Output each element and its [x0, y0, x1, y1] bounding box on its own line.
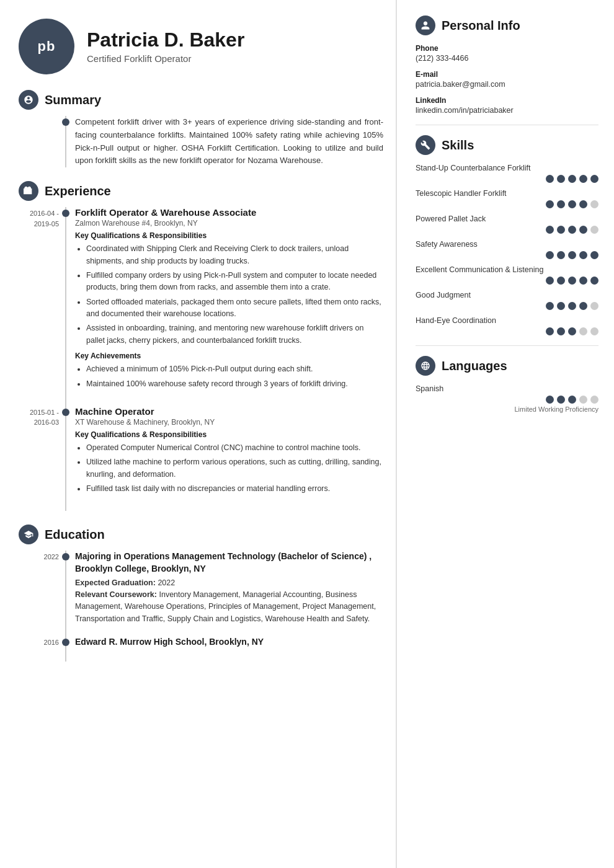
skill-dot-filled: [546, 251, 554, 259]
skill-dot-filled: [590, 277, 598, 285]
skill-dot-empty: [590, 302, 598, 310]
linkedin-label: LinkedIn: [416, 96, 598, 105]
header-text: Patricia D. Baker Certified Forklift Ope…: [87, 29, 244, 64]
languages-title: Languages: [442, 359, 507, 373]
exp-achievements-list-1: Achieved a minimum of 105% Pick-n-Pull o…: [75, 363, 383, 390]
divider-2: [416, 345, 598, 346]
personal-info-icon: [416, 16, 435, 35]
summary-bar: [65, 116, 66, 167]
exp-line-2: [65, 406, 66, 512]
skill-dot-empty: [590, 200, 598, 208]
avatar: pb: [19, 19, 74, 74]
experience-icon: [19, 181, 38, 201]
exp-qualifications-label-2: Key Qualifications & Responsibilities: [75, 430, 383, 439]
skill-dot-filled: [579, 226, 587, 234]
skill-dot-filled: [579, 175, 587, 183]
edu-dot-2: [62, 639, 69, 646]
skill-dot-filled: [557, 200, 565, 208]
exp-content-2: Machine Operator XT Warehouse & Machiner…: [75, 406, 383, 512]
education-section: Education 2022 Majoring in Operations Ma…: [19, 525, 383, 661]
language-level: Limited Working Proficiency: [416, 405, 598, 413]
skills-icon: [416, 135, 435, 155]
languages-container: SpanishLimited Working Proficiency: [416, 384, 598, 413]
summary-section: Summary Competent forklift driver with 3…: [19, 90, 383, 167]
education-entry-1: 2022 Majoring in Operations Management T…: [19, 551, 383, 636]
lang-dot-filled: [546, 396, 554, 404]
exp-dot-2: [62, 409, 69, 416]
skill-dot-filled: [579, 251, 587, 259]
skill-dots: [416, 251, 598, 259]
lang-dot-empty: [579, 396, 587, 404]
avatar-initials: pb: [38, 38, 56, 55]
header: pb Patricia D. Baker Certified Forklift …: [19, 19, 383, 74]
email-value: patricia.baker@gmail.com: [416, 80, 598, 89]
personal-info-header: Personal Info: [416, 16, 598, 35]
languages-icon: [416, 356, 435, 376]
summary-row: Competent forklift driver with 3+ years …: [19, 116, 383, 167]
skill-dot-filled: [546, 226, 554, 234]
skill-item: Stand-Up Counterbalance Forklift: [416, 164, 598, 183]
skill-dot-empty: [590, 327, 598, 335]
skill-name: Excellent Communication & Listening: [416, 265, 598, 274]
edu-dot-1: [62, 553, 69, 560]
exp-line-1: [65, 207, 66, 406]
education-icon: [19, 525, 38, 544]
candidate-name: Patricia D. Baker: [87, 29, 244, 51]
exp-qual-item: Assisted in onboarding, training, and me…: [86, 322, 383, 347]
exp-qual-item: Fulfilled company orders by using Pick-n…: [86, 270, 383, 294]
edu-grad-value: 2022: [158, 578, 175, 587]
exp-dot-1: [62, 210, 69, 217]
personal-info-title: Personal Info: [442, 19, 520, 33]
skills-header: Skills: [416, 135, 598, 155]
summary-text: Competent forklift driver with 3+ years …: [75, 116, 383, 167]
skill-dots: [416, 302, 598, 310]
skill-dot-filled: [568, 200, 576, 208]
exp-qual-item: Operated Computer Numerical Control (CNC…: [86, 442, 383, 454]
exp-title-1: Forklift Operator & Warehouse Associate: [75, 207, 383, 218]
skill-name: Safety Awareness: [416, 240, 598, 249]
skill-dot-filled: [568, 327, 576, 335]
skill-dot-filled: [579, 277, 587, 285]
right-column: Personal Info Phone (212) 333-4466 E-mai…: [397, 0, 614, 868]
lang-dot-filled: [568, 396, 576, 404]
exp-ach-item: Maintained 100% warehouse safety record …: [86, 378, 383, 390]
skill-name: Powered Pallet Jack: [416, 215, 598, 223]
skill-dot-filled: [590, 251, 598, 259]
exp-qualifications-list-1: Coordinated with Shipping Clerk and Rece…: [75, 243, 383, 347]
skills-container: Stand-Up Counterbalance ForkliftTelescop…: [416, 164, 598, 335]
edu-content-2: Edward R. Murrow High School, Brooklyn, …: [75, 636, 383, 662]
exp-ach-item: Achieved a minimum of 105% Pick-n-Pull o…: [86, 363, 383, 375]
exp-achievements-label-1: Key Achievements: [75, 352, 383, 360]
edu-grad-label: Expected Graduation:: [75, 578, 156, 587]
skill-dots: [416, 226, 598, 234]
language-name: Spanish: [416, 384, 598, 393]
exp-qual-item: Sorted offloaded materials, packaged the…: [86, 296, 383, 321]
skill-dot-filled: [546, 277, 554, 285]
skill-dot-filled: [557, 175, 565, 183]
skill-item: Good Judgment: [416, 291, 598, 310]
skill-dot-filled: [568, 175, 576, 183]
skill-dot-filled: [568, 277, 576, 285]
exp-qualifications-list-2: Operated Computer Numerical Control (CNC…: [75, 442, 383, 495]
linkedin-item: LinkedIn linkedin.com/in/patriciabaker: [416, 96, 598, 115]
edu-coursework-label: Relevant Coursework:: [75, 590, 157, 599]
education-title: Education: [45, 528, 105, 542]
skill-item: Hand-Eye Coordination: [416, 316, 598, 335]
skill-dot-filled: [557, 302, 565, 310]
skill-name: Telescopic Handler Forklift: [416, 189, 598, 198]
skill-name: Good Judgment: [416, 291, 598, 299]
experience-title: Experience: [45, 184, 111, 198]
lang-dot-filled: [557, 396, 565, 404]
skill-dot-filled: [546, 327, 554, 335]
skill-dot-filled: [568, 251, 576, 259]
edu-detail-1: Expected Graduation: 2022 Relevant Cours…: [75, 577, 383, 626]
exp-qualifications-label-1: Key Qualifications & Responsibilities: [75, 231, 383, 240]
skill-dot-filled: [546, 302, 554, 310]
skill-dots: [416, 277, 598, 285]
edu-line-2: [65, 636, 66, 662]
exp-qual-item: Fulfilled task list daily with no discre…: [86, 483, 383, 495]
skill-dot-empty: [579, 327, 587, 335]
edu-line-1: [65, 551, 66, 636]
skill-dot-filled: [568, 302, 576, 310]
skill-item: Telescopic Handler Forklift: [416, 189, 598, 208]
